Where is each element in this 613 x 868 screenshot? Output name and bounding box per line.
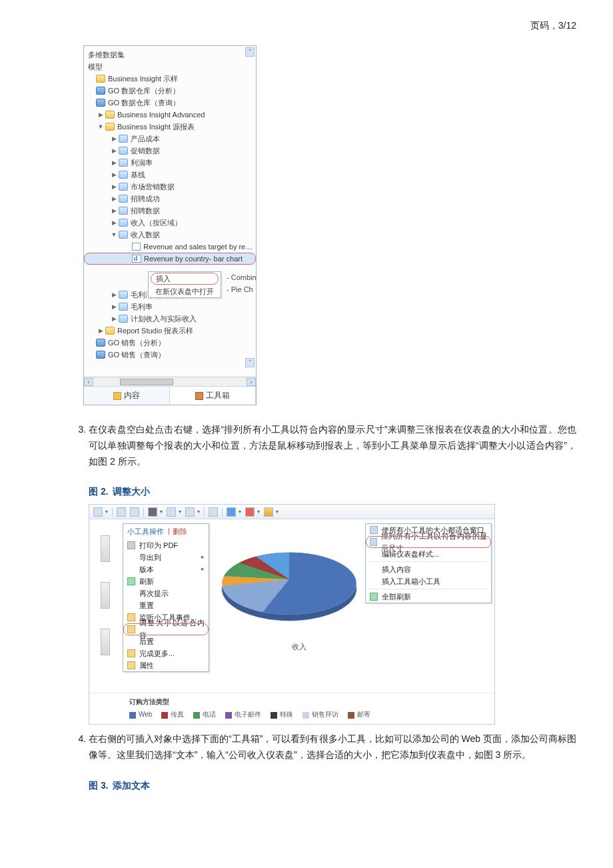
- menu-divider: [368, 561, 488, 562]
- tab-label: 工具箱: [206, 390, 230, 401]
- expand-icon[interactable]: ▶: [111, 291, 117, 298]
- menu-divider: [368, 589, 488, 589]
- tree-node[interactable]: Revenue and sales target by region: [84, 241, 256, 253]
- expand-icon[interactable]: ▶: [111, 219, 117, 226]
- dropdown-icon[interactable]: ▾: [257, 507, 260, 517]
- dropdown-icon[interactable]: ▾: [179, 507, 181, 517]
- expand-icon[interactable]: ▶: [111, 207, 117, 214]
- tree-node[interactable]: ▶市场营销数据: [84, 181, 256, 193]
- tree-node-label: GO 销售（分析）: [108, 338, 165, 348]
- dropdown-icon[interactable]: ▾: [160, 507, 163, 517]
- tree-node[interactable]: ▶Report Studio 报表示样: [84, 325, 256, 337]
- tree-header-label: 模型: [88, 62, 103, 72]
- toolbar-icon[interactable]: [117, 507, 126, 517]
- tree-node[interactable]: ▶招聘数据: [84, 205, 256, 217]
- dropdown-icon[interactable]: ▾: [197, 507, 200, 517]
- canvas-menu-item[interactable]: 插入内容: [366, 563, 491, 575]
- expand-icon[interactable]: ▶: [111, 159, 117, 166]
- dropdown-icon[interactable]: ▾: [276, 507, 279, 517]
- menu-item-label: 导出到: [139, 551, 161, 564]
- tree-node[interactable]: ▶计划收入与实际收入: [84, 313, 256, 325]
- widget-menu-item[interactable]: 版本▸: [123, 563, 209, 575]
- canvas-menu-item[interactable]: 插入工具箱小工具: [366, 575, 491, 587]
- tree-node[interactable]: ▼收入数据: [84, 229, 256, 241]
- toolbar-icon[interactable]: [167, 507, 176, 517]
- context-insert[interactable]: 插入: [151, 273, 219, 285]
- toolbar-icon[interactable]: [148, 507, 157, 517]
- legend-label: 电子邮件: [235, 711, 261, 718]
- widget-menu-delete[interactable]: 丨删除: [165, 527, 187, 535]
- pkg-icon: [96, 87, 105, 95]
- folder-icon: [105, 123, 115, 131]
- toolbar-icon[interactable]: [185, 507, 195, 517]
- tree-node[interactable]: ▶产品成本: [84, 133, 256, 145]
- scroll-right-icon[interactable]: ›: [247, 378, 256, 386]
- canvas-menu-item[interactable]: 排列所有小工具以符合内容的显示尺寸: [366, 536, 491, 548]
- tree-node[interactable]: GO 销售（分析）: [84, 337, 256, 349]
- toolbar-icon[interactable]: [209, 507, 218, 517]
- tree-node[interactable]: Revenue by country- bar chart: [84, 253, 256, 265]
- tree-node[interactable]: ▶促销数据: [84, 145, 256, 157]
- tree-node-label: GO 数据仓库（分析）: [108, 86, 180, 96]
- rep-icon: [119, 315, 128, 323]
- cfg-icon: [370, 526, 378, 534]
- paint-icon[interactable]: [264, 507, 273, 517]
- widget-menu-item[interactable]: 完成更多...: [123, 647, 209, 659]
- expand-icon[interactable]: ▼: [97, 123, 104, 130]
- tree-node[interactable]: ▶Business Insight Advanced: [84, 109, 256, 121]
- canvas-menu-item[interactable]: 全部刷新: [366, 591, 491, 603]
- scroll-down-icon[interactable]: ˅: [245, 358, 255, 367]
- tab-content[interactable]: 内容: [84, 387, 170, 405]
- dashboard-toolbar: ▾ ▾ ▾ ▾ ▾ ▾ ▾: [89, 505, 494, 519]
- expand-icon[interactable]: ▶: [111, 183, 117, 190]
- toolbar-icon[interactable]: [93, 507, 103, 517]
- expand-icon[interactable]: ▶: [97, 111, 104, 118]
- tree-node[interactable]: Business Insight 示样: [84, 73, 256, 85]
- tree-node[interactable]: ▼Business Insight 源报表: [84, 121, 256, 133]
- legend-label: 电话: [203, 711, 216, 718]
- tree-node[interactable]: GO 数据仓库（查询）: [84, 97, 256, 109]
- tree-node[interactable]: ▶利润率: [84, 157, 256, 169]
- widget-menu-item[interactable]: 刷新: [123, 575, 209, 587]
- scroll-thumb[interactable]: [120, 379, 173, 385]
- widget-menu-item[interactable]: 导出到▸: [123, 551, 209, 563]
- tree-node[interactable]: ▶基线: [84, 169, 256, 181]
- menu-item-label: 插入内容: [382, 563, 411, 576]
- toolbar-icon[interactable]: [130, 507, 139, 517]
- tree-node[interactable]: GO 数据仓库（分析）: [84, 85, 256, 97]
- ref-icon: [370, 593, 378, 601]
- tree-node[interactable]: GO 销售（查询）: [84, 349, 256, 361]
- dropdown-icon[interactable]: ▾: [239, 507, 241, 517]
- tree-node-label: Business Insight 源报表: [117, 122, 195, 132]
- expand-icon[interactable]: ▶: [111, 195, 117, 202]
- widget-menu-item[interactable]: 打印为 PDF: [123, 539, 209, 551]
- tree-node[interactable]: ▶毛利率: [84, 301, 256, 313]
- expand-icon[interactable]: ▶: [111, 147, 117, 154]
- expand-icon[interactable]: ▼: [111, 231, 117, 238]
- dropdown-icon[interactable]: ▾: [105, 507, 108, 517]
- widget-menu-item[interactable]: 调整大小以适合内容: [123, 623, 209, 635]
- expand-icon[interactable]: ▶: [97, 327, 104, 334]
- toolbar-icon[interactable]: [227, 507, 236, 517]
- expand-icon[interactable]: ▶: [111, 315, 117, 322]
- widget-menu-item[interactable]: 再次提示: [123, 587, 209, 599]
- widget-menu-item[interactable]: 属性: [123, 659, 209, 671]
- print-icon: [127, 541, 135, 549]
- toolbar-separator: [112, 507, 113, 517]
- tab-toolbox[interactable]: 工具箱: [170, 387, 256, 405]
- tree-context-menu: 插入 在新仪表盘中打开: [148, 271, 221, 298]
- context-open-in-new-dashboard[interactable]: 在新仪表盘中打开: [149, 285, 221, 297]
- menu-item-label: 插入工具箱小工具: [382, 575, 440, 588]
- tree-node[interactable]: ▶收入（按区域）: [84, 217, 256, 229]
- widget-menu-item[interactable]: 重置: [123, 599, 209, 611]
- expand-icon[interactable]: ▶: [111, 135, 117, 142]
- scroll-up-icon[interactable]: ˄: [245, 47, 255, 57]
- tree-node[interactable]: ▶招聘成功: [84, 193, 256, 205]
- tree-node-label: Report Studio 报表示样: [117, 326, 193, 336]
- expand-icon[interactable]: ▶: [111, 171, 117, 178]
- horizontal-scrollbar[interactable]: ‹ ›: [84, 377, 256, 386]
- toolbar-icon[interactable]: [245, 507, 255, 517]
- legend-item: 传真: [161, 709, 184, 720]
- scroll-left-icon[interactable]: ‹: [84, 378, 93, 386]
- expand-icon[interactable]: ▶: [111, 303, 117, 310]
